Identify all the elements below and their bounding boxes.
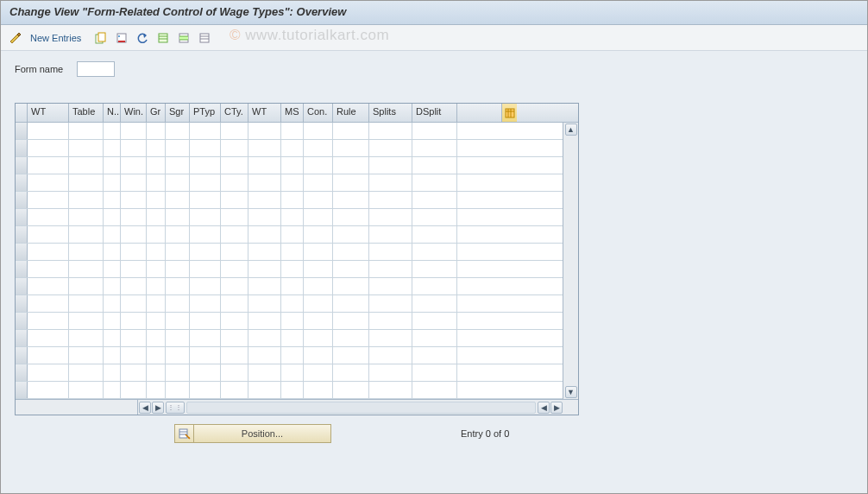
cell-gr[interactable] bbox=[147, 174, 166, 191]
cell-wt1[interactable] bbox=[28, 382, 69, 398]
cell-rule[interactable] bbox=[333, 226, 369, 243]
cell-splits[interactable] bbox=[369, 244, 412, 260]
cell-ms[interactable] bbox=[281, 244, 304, 260]
cell-rule[interactable] bbox=[333, 261, 369, 277]
cell-ptyp[interactable] bbox=[190, 347, 221, 364]
cell-splits[interactable] bbox=[369, 209, 412, 225]
cell-cty[interactable] bbox=[221, 330, 248, 346]
cell-dsplit[interactable] bbox=[412, 364, 457, 381]
column-header-n[interactable]: N.. bbox=[104, 104, 121, 122]
cell-sgr[interactable] bbox=[166, 382, 190, 398]
cell-wt1[interactable] bbox=[28, 226, 69, 243]
cell-dsplit[interactable] bbox=[412, 347, 457, 364]
cell-gr[interactable] bbox=[147, 209, 166, 225]
cell-sgr[interactable] bbox=[166, 174, 190, 191]
cell-sgr[interactable] bbox=[166, 347, 190, 364]
row-selector[interactable] bbox=[16, 192, 28, 208]
cell-dsplit[interactable] bbox=[412, 209, 457, 225]
cell-rule[interactable] bbox=[333, 347, 369, 364]
column-header-spare[interactable] bbox=[457, 104, 501, 122]
cell-ms[interactable] bbox=[281, 261, 304, 277]
cell-cty[interactable] bbox=[221, 313, 248, 329]
column-header-con[interactable]: Con. bbox=[304, 104, 333, 122]
select-all-icon[interactable] bbox=[155, 30, 171, 46]
cell-dsplit[interactable] bbox=[412, 295, 457, 312]
cell-win[interactable] bbox=[121, 192, 147, 208]
cell-wt2[interactable] bbox=[248, 192, 281, 208]
cell-spare[interactable] bbox=[457, 364, 501, 381]
cell-rule[interactable] bbox=[333, 209, 369, 225]
cell-con[interactable] bbox=[304, 192, 333, 208]
cell-gr[interactable] bbox=[147, 330, 166, 346]
cell-con[interactable] bbox=[304, 123, 333, 139]
cell-ms[interactable] bbox=[281, 209, 304, 225]
column-header-win[interactable]: Win. bbox=[121, 104, 147, 122]
cell-spare[interactable] bbox=[457, 123, 501, 139]
cell-wt1[interactable] bbox=[28, 157, 69, 174]
cell-wt1[interactable] bbox=[28, 295, 69, 312]
column-header-splits[interactable]: Splits bbox=[369, 104, 412, 122]
cell-wt2[interactable] bbox=[248, 226, 281, 243]
cell-gr[interactable] bbox=[147, 278, 166, 294]
cell-splits[interactable] bbox=[369, 140, 412, 156]
cell-dsplit[interactable] bbox=[412, 140, 457, 156]
cell-cty[interactable] bbox=[221, 347, 248, 364]
cell-win[interactable] bbox=[121, 330, 147, 346]
cell-wt2[interactable] bbox=[248, 261, 281, 277]
cell-table[interactable] bbox=[69, 174, 104, 191]
cell-cty[interactable] bbox=[221, 209, 248, 225]
cell-con[interactable] bbox=[304, 226, 333, 243]
column-header-gr[interactable]: Gr bbox=[147, 104, 166, 122]
cell-con[interactable] bbox=[304, 347, 333, 364]
cell-rule[interactable] bbox=[333, 244, 369, 260]
cell-gr[interactable] bbox=[147, 244, 166, 260]
delete-icon[interactable] bbox=[114, 30, 129, 46]
cell-win[interactable] bbox=[121, 209, 147, 225]
row-selector[interactable] bbox=[16, 244, 28, 260]
cell-cty[interactable] bbox=[221, 174, 248, 191]
cell-gr[interactable] bbox=[147, 140, 166, 156]
copy-as-icon[interactable] bbox=[93, 30, 109, 46]
cell-ptyp[interactable] bbox=[190, 123, 221, 139]
cell-spare[interactable] bbox=[457, 174, 501, 191]
cell-n[interactable] bbox=[104, 330, 121, 346]
cell-wt1[interactable] bbox=[28, 209, 69, 225]
cell-ms[interactable] bbox=[281, 364, 304, 381]
cell-gr[interactable] bbox=[147, 347, 166, 364]
cell-rule[interactable] bbox=[333, 382, 369, 398]
cell-con[interactable] bbox=[304, 174, 333, 191]
cell-win[interactable] bbox=[121, 295, 147, 312]
cell-win[interactable] bbox=[121, 261, 147, 277]
cell-sgr[interactable] bbox=[166, 364, 190, 381]
cell-ms[interactable] bbox=[281, 313, 304, 329]
cell-con[interactable] bbox=[304, 278, 333, 294]
cell-ptyp[interactable] bbox=[190, 174, 221, 191]
cell-con[interactable] bbox=[304, 330, 333, 346]
new-entries-button[interactable]: New Entries bbox=[30, 33, 81, 43]
cell-splits[interactable] bbox=[369, 192, 412, 208]
cell-wt2[interactable] bbox=[248, 278, 281, 294]
cell-ms[interactable] bbox=[281, 192, 304, 208]
cell-spare[interactable] bbox=[457, 226, 501, 243]
cell-sgr[interactable] bbox=[166, 209, 190, 225]
cell-wt2[interactable] bbox=[248, 123, 281, 139]
cell-spare[interactable] bbox=[457, 244, 501, 260]
cell-win[interactable] bbox=[121, 364, 147, 381]
cell-ptyp[interactable] bbox=[190, 192, 221, 208]
cell-n[interactable] bbox=[104, 244, 121, 260]
cell-spare[interactable] bbox=[457, 347, 501, 364]
select-block-icon[interactable] bbox=[176, 30, 192, 46]
cell-ms[interactable] bbox=[281, 157, 304, 174]
cell-n[interactable] bbox=[104, 261, 121, 277]
cell-ptyp[interactable] bbox=[190, 330, 221, 346]
cell-n[interactable] bbox=[104, 157, 121, 174]
cell-gr[interactable] bbox=[147, 157, 166, 174]
cell-wt1[interactable] bbox=[28, 140, 69, 156]
row-selector[interactable] bbox=[16, 278, 28, 294]
cell-con[interactable] bbox=[304, 295, 333, 312]
cell-win[interactable] bbox=[121, 244, 147, 260]
cell-wt1[interactable] bbox=[28, 347, 69, 364]
cell-ms[interactable] bbox=[281, 174, 304, 191]
cell-splits[interactable] bbox=[369, 261, 412, 277]
row-selector[interactable] bbox=[16, 140, 28, 156]
